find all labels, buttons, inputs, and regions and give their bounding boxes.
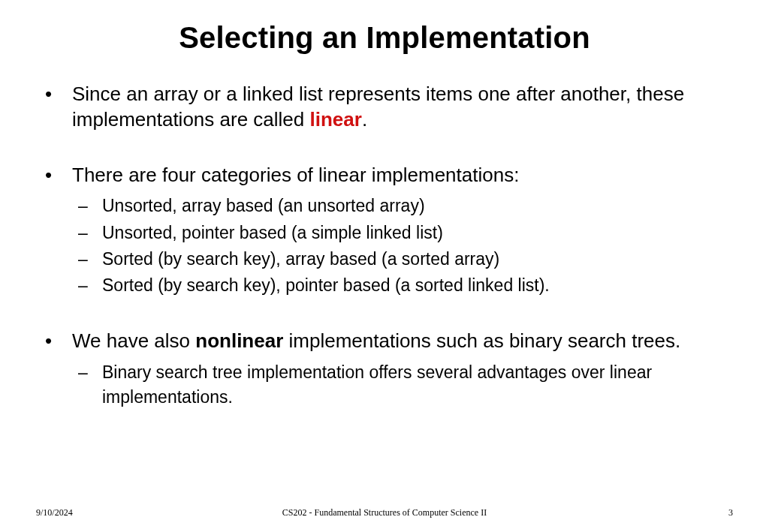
bullet-3: We have also nonlinear implementations s… bbox=[36, 329, 733, 410]
slide-container: Selecting an Implementation Since an arr… bbox=[0, 0, 769, 532]
footer-course: CS202 - Fundamental Structures of Comput… bbox=[282, 507, 487, 518]
bullet-1-highlight: linear bbox=[310, 108, 362, 131]
sub-item-text: Binary search tree implementation offers… bbox=[102, 362, 652, 407]
sub-item-text: Unsorted, array based (an unsorted array… bbox=[102, 196, 425, 215]
bullet-3-sublist: Binary search tree implementation offers… bbox=[72, 360, 733, 410]
sub-item-text: Sorted (by search key), pointer based (a… bbox=[102, 275, 550, 295]
slide-title: Selecting an Implementation bbox=[36, 21, 733, 55]
bullet-3-text-pre: We have also bbox=[72, 329, 195, 352]
bullet-3-text-post: implementations such as binary search tr… bbox=[283, 329, 680, 352]
bullet-1: Since an array or a linked list represen… bbox=[36, 82, 733, 133]
sub-item: Unsorted, pointer based (a simple linked… bbox=[72, 221, 733, 245]
bullet-list: Since an array or a linked list represen… bbox=[36, 82, 733, 410]
bullet-2: There are four categories of linear impl… bbox=[36, 163, 733, 299]
sub-item: Sorted (by search key), array based (a s… bbox=[72, 247, 733, 272]
footer-date: 9/10/2024 bbox=[36, 507, 73, 518]
slide-content: Since an array or a linked list represen… bbox=[36, 82, 733, 502]
sub-item: Sorted (by search key), pointer based (a… bbox=[72, 273, 733, 298]
bullet-1-text-pre: Since an array or a linked list represen… bbox=[72, 83, 684, 131]
sub-item: Binary search tree implementation offers… bbox=[72, 360, 733, 410]
footer-page: 3 bbox=[728, 507, 733, 518]
sub-item: Unsorted, array based (an unsorted array… bbox=[72, 194, 733, 218]
bullet-3-bold: nonlinear bbox=[195, 329, 283, 352]
bullet-2-text: There are four categories of linear impl… bbox=[72, 164, 519, 186]
bullet-2-sublist: Unsorted, array based (an unsorted array… bbox=[72, 194, 733, 298]
bullet-1-text-post: . bbox=[362, 108, 367, 131]
sub-item-text: Sorted (by search key), array based (a s… bbox=[102, 249, 499, 269]
sub-item-text: Unsorted, pointer based (a simple linked… bbox=[102, 223, 443, 242]
slide-footer: 9/10/2024 CS202 - Fundamental Structures… bbox=[0, 507, 769, 518]
